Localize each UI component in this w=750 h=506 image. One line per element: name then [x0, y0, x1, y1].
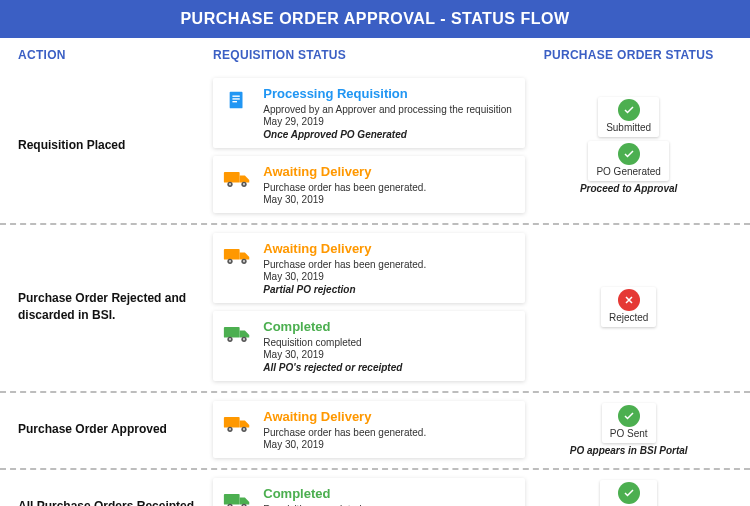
- svg-rect-24: [224, 494, 240, 505]
- status-card: Awaiting DeliveryPurchase order has been…: [213, 156, 525, 213]
- card-title: Completed: [263, 319, 515, 334]
- status-card: Processing RequisitionApproved by an App…: [213, 78, 525, 148]
- card-subtitle: Approved by an Approver and processing t…: [263, 103, 515, 116]
- truck-orange-icon: [223, 409, 253, 450]
- truck-green-icon: [223, 486, 253, 506]
- card-subtitle: Requisition completed: [263, 336, 515, 349]
- col-po-header: PURCHASE ORDER STATUS: [525, 48, 732, 62]
- card-subtitle: Purchase order has been generated.: [263, 181, 515, 194]
- badge-label: Rejected: [609, 312, 648, 323]
- card-date: May 30, 2019: [263, 271, 515, 282]
- svg-rect-9: [224, 249, 240, 260]
- svg-point-18: [243, 338, 245, 340]
- po-status: Rejected: [525, 233, 732, 381]
- po-status: PO SentPO appears in BSI Portal: [525, 401, 732, 458]
- requisition-cards: CompletedRequisition completedMay 30, 20…: [213, 478, 525, 506]
- truck-orange-icon: [223, 164, 253, 205]
- svg-point-6: [229, 183, 231, 185]
- card-title: Awaiting Delivery: [263, 164, 515, 179]
- po-note: Proceed to Approval: [580, 183, 677, 194]
- column-headers: ACTION REQUISITION STATUS PURCHASE ORDER…: [0, 38, 750, 70]
- action-label: All Purchase Orders Receipted: [18, 478, 213, 506]
- svg-point-23: [243, 428, 245, 430]
- truck-orange-icon: [223, 241, 253, 295]
- action-label: Purchase Order Approved: [18, 401, 213, 458]
- card-note: Once Approved PO Generated: [263, 129, 515, 140]
- svg-rect-0: [230, 92, 243, 109]
- page-title: PURCHASE ORDER APPROVAL - STATUS FLOW: [0, 0, 750, 38]
- svg-point-13: [243, 260, 245, 262]
- action-label: Requisition Placed: [18, 78, 213, 213]
- card-subtitle: Purchase order has been generated.: [263, 258, 515, 271]
- svg-point-8: [243, 183, 245, 185]
- requisition-cards: Awaiting DeliveryPurchase order has been…: [213, 233, 525, 381]
- status-badge: PO GeneratedProceed to Approval: [580, 141, 677, 194]
- card-date: May 30, 2019: [263, 349, 515, 360]
- svg-rect-1: [233, 96, 240, 97]
- svg-rect-14: [224, 327, 240, 338]
- requisition-cards: Awaiting DeliveryPurchase order has been…: [213, 401, 525, 458]
- card-date: May 30, 2019: [263, 439, 515, 450]
- po-note: PO appears in BSI Portal: [570, 445, 688, 456]
- card-subtitle: Purchase order has been generated.: [263, 426, 515, 439]
- flow-row: Requisition PlacedProcessing Requisition…: [0, 70, 750, 225]
- flow-row: Purchase Order ApprovedAwaiting Delivery…: [0, 393, 750, 470]
- col-action-header: ACTION: [18, 48, 213, 62]
- requisition-cards: Processing RequisitionApproved by an App…: [213, 78, 525, 213]
- status-card: CompletedRequisition completedMay 30, 20…: [213, 478, 525, 506]
- svg-point-21: [229, 428, 231, 430]
- svg-rect-3: [233, 101, 238, 102]
- status-card: Awaiting DeliveryPurchase order has been…: [213, 233, 525, 303]
- card-note: Partial PO rejection: [263, 284, 515, 295]
- card-note: All PO's rejected or receipted: [263, 362, 515, 373]
- truck-green-icon: [223, 319, 253, 373]
- badge-label: PO Sent: [610, 428, 648, 439]
- svg-point-11: [229, 260, 231, 262]
- action-label: Purchase Order Rejected and discarded in…: [18, 233, 213, 381]
- po-status: ReceivedPO receipted in Purchase: [525, 478, 732, 506]
- doc-blue-icon: [223, 86, 253, 140]
- flow-row: Purchase Order Rejected and discarded in…: [0, 225, 750, 393]
- card-title: Processing Requisition: [263, 86, 515, 101]
- col-requisition-header: REQUISITION STATUS: [213, 48, 525, 62]
- card-title: Awaiting Delivery: [263, 409, 515, 424]
- svg-point-16: [229, 338, 231, 340]
- po-status: SubmittedPO GeneratedProceed to Approval: [525, 78, 732, 213]
- flow-row: All Purchase Orders ReceiptedCompletedRe…: [0, 470, 750, 506]
- badge-label: PO Generated: [596, 166, 660, 177]
- badge-label: Submitted: [606, 122, 651, 133]
- svg-rect-2: [233, 98, 240, 99]
- status-badge: Rejected: [601, 287, 656, 327]
- status-badge: PO SentPO appears in BSI Portal: [570, 403, 688, 456]
- status-badge: Submitted: [580, 97, 677, 137]
- status-card: Awaiting DeliveryPurchase order has been…: [213, 401, 525, 458]
- svg-rect-4: [224, 172, 240, 183]
- status-badge: ReceivedPO receipted in Purchase: [568, 480, 689, 506]
- card-title: Completed: [263, 486, 515, 501]
- card-title: Awaiting Delivery: [263, 241, 515, 256]
- svg-rect-19: [224, 417, 240, 428]
- card-date: May 30, 2019: [263, 194, 515, 205]
- status-card: CompletedRequisition completedMay 30, 20…: [213, 311, 525, 381]
- card-date: May 29, 2019: [263, 116, 515, 127]
